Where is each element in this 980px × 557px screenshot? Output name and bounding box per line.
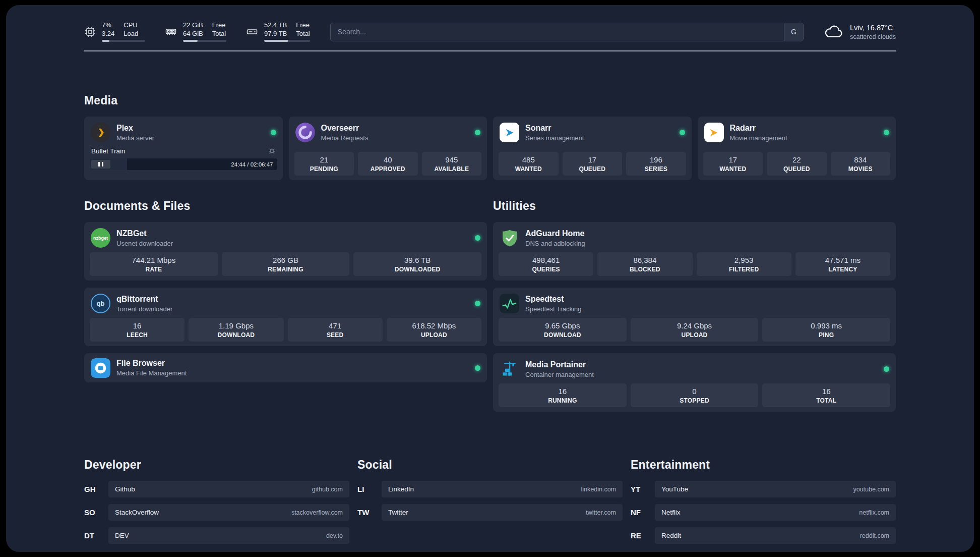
plex-header[interactable]: Plex Media server — [90, 121, 277, 147]
section-title-entertainment: Entertainment — [631, 458, 896, 472]
speedtest-header[interactable]: Speedtest Speedtest Tracking — [499, 292, 890, 318]
bookmark-link-youtube[interactable]: YouTube youtube.com — [655, 481, 896, 497]
portainer-card[interactable]: Media Portainer Container management 16 … — [493, 353, 896, 412]
stat-value: 744.21 Mbps — [92, 256, 216, 264]
bookmark-abbr: SO — [84, 508, 102, 517]
overseerr-stats: 21 PENDING 40 APPROVED 945 AVAILABLE — [294, 152, 482, 176]
cpu-values: 7% 3.24 — [102, 22, 114, 38]
stat-value: 39.6 TB — [355, 256, 479, 264]
stat-pending: 21 PENDING — [294, 152, 354, 176]
disk-widget: 52.4 TB 97.9 TB Free Total — [246, 22, 310, 42]
status-dot — [475, 235, 480, 241]
stat-value: 16 — [764, 387, 888, 396]
stat-value: 9.24 Gbps — [633, 321, 757, 330]
section-title-documents: Documents & Files — [84, 199, 487, 213]
stat-label: STOPPED — [633, 397, 757, 404]
bookmark-abbr: NF — [631, 508, 649, 517]
status-dot — [475, 365, 480, 371]
sonarr-header[interactable]: Sonarr Series management — [499, 121, 686, 147]
gear-icon[interactable] — [268, 147, 276, 155]
memory-labels: Free Total — [212, 22, 226, 38]
cpu-widget: 7% 3.24 CPU Load — [84, 22, 145, 42]
memory-widget: 22 GiB 64 GiB Free Total — [164, 22, 226, 42]
cpu-label-bottom: Load — [124, 30, 138, 38]
stat-label: QUERIES — [501, 266, 591, 273]
speedtest-card[interactable]: Speedtest Speedtest Tracking 9.65 Gbps D… — [493, 288, 896, 346]
stat-label: UPLOAD — [633, 331, 757, 339]
bookmark-link-reddit[interactable]: Reddit reddit.com — [655, 527, 896, 544]
search-input[interactable] — [330, 23, 804, 41]
stat-value: 2,953 — [699, 256, 789, 264]
qbittorrent-header[interactable]: qb qBittorrent Torrent downloader — [90, 292, 481, 318]
adguard-stats: 498,461 QUERIES 86,384 BLOCKED 2,953 FIL… — [499, 252, 890, 276]
cpu-progress-track — [102, 40, 145, 42]
stat-wanted: 485 WANTED — [499, 152, 559, 176]
search-engine-button[interactable]: G — [784, 23, 803, 41]
stat-blocked: 86,384 BLOCKED — [597, 252, 692, 276]
stat-wanted: 17 WANTED — [703, 152, 763, 176]
adguard-header[interactable]: AdGuard Home DNS and adblocking — [499, 227, 890, 252]
overseerr-card[interactable]: Overseerr Media Requests 21 PENDING 40 A… — [289, 117, 487, 180]
stat-label: DOWNLOADED — [355, 266, 479, 273]
app-description: Speedtest Tracking — [525, 305, 581, 313]
bookmark-abbr: RE — [631, 531, 649, 540]
memory-label-bottom: Total — [212, 30, 226, 38]
app-description: DNS and adblocking — [525, 240, 585, 247]
top-bar: 7% 3.24 CPU Load — [84, 20, 896, 43]
bookmark-domain: reddit.com — [860, 532, 889, 539]
stat-running: 16 RUNNING — [499, 383, 627, 407]
bookmark-link-twitter[interactable]: Twitter twitter.com — [382, 504, 623, 521]
stat-label: RATE — [92, 266, 216, 273]
disk-progress-fill — [264, 40, 288, 42]
app-description: Movie management — [730, 134, 787, 142]
status-dot — [680, 130, 685, 135]
bookmark-link-linkedin[interactable]: LinkedIn linkedin.com — [382, 481, 623, 497]
bookmark-name: Github — [115, 485, 135, 493]
adguard-card[interactable]: AdGuard Home DNS and adblocking 498,461 … — [493, 222, 896, 281]
memory-values: 22 GiB 64 GiB — [183, 22, 203, 38]
status-dot — [884, 130, 889, 135]
app-name: File Browser — [116, 359, 187, 368]
qbittorrent-card[interactable]: qb qBittorrent Torrent downloader 16 LEE… — [84, 288, 487, 346]
qbittorrent-icon: qb — [91, 294, 110, 313]
portainer-stats: 16 RUNNING 0 STOPPED 16 TOTAL — [499, 383, 890, 407]
radarr-card[interactable]: Radarr Movie management 17 WANTED 22 QUE… — [698, 117, 896, 180]
disk-labels: Free Total — [296, 22, 310, 38]
media-cards: Plex Media server Bullet Train 24:44 / 0… — [84, 117, 896, 180]
filebrowser-card[interactable]: File Browser Media File Management — [84, 353, 487, 382]
stat-value: 834 — [833, 155, 889, 164]
cloud-icon — [824, 23, 844, 41]
bookmark-abbr: DT — [84, 531, 102, 540]
bookmark-link-github[interactable]: Github github.com — [108, 481, 349, 497]
bookmark-groups: Developer GH Github github.com SO StackO… — [84, 458, 896, 544]
stat-label: DOWNLOAD — [501, 331, 625, 339]
app-description: Torrent downloader — [116, 305, 172, 313]
bookmark-link-dev[interactable]: DEV dev.to — [108, 527, 349, 544]
bookmark-abbr: YT — [631, 485, 649, 493]
plex-now-playing-row: Bullet Train — [90, 147, 277, 158]
sonarr-card[interactable]: Sonarr Series management 485 WANTED 17 Q… — [493, 117, 692, 180]
status-dot — [884, 366, 889, 372]
radarr-header[interactable]: Radarr Movie management — [703, 121, 891, 147]
nzbget-card[interactable]: nzbget NZBGet Usenet downloader 744.21 M… — [84, 222, 487, 281]
playback-progress-bar[interactable]: 24:44 / 02:06:47 — [90, 158, 277, 170]
stat-queued: 22 QUEUED — [767, 152, 827, 176]
bookmark-link-stackoverflow[interactable]: StackOverflow stackoverflow.com — [108, 504, 349, 521]
disk-label-top: Free — [296, 22, 310, 29]
overseerr-header[interactable]: Overseerr Media Requests — [294, 121, 482, 147]
filebrowser-header[interactable]: File Browser Media File Management — [90, 358, 481, 378]
stat-label: FILTERED — [699, 266, 789, 273]
bookmark-link-netflix[interactable]: Netflix netflix.com — [655, 504, 896, 521]
plex-card[interactable]: Plex Media server Bullet Train 24:44 / 0… — [84, 117, 283, 180]
portainer-header[interactable]: Media Portainer Container management — [499, 358, 890, 383]
stat-value: 1.19 Gbps — [191, 321, 281, 330]
nzbget-header[interactable]: nzbget NZBGet Usenet downloader — [90, 227, 481, 252]
speedtest-stats: 9.65 Gbps DOWNLOAD 9.24 Gbps UPLOAD 0.99… — [499, 318, 890, 342]
pause-button[interactable] — [91, 160, 110, 169]
disk-values: 52.4 TB 97.9 TB — [264, 22, 287, 38]
bookmark-name: Twitter — [388, 509, 408, 516]
app-description: Media server — [116, 134, 154, 142]
stat-label: APPROVED — [360, 165, 416, 173]
stat-stopped: 0 STOPPED — [631, 383, 759, 407]
bookmark-row-twitter: TW Twitter twitter.com — [357, 504, 623, 521]
